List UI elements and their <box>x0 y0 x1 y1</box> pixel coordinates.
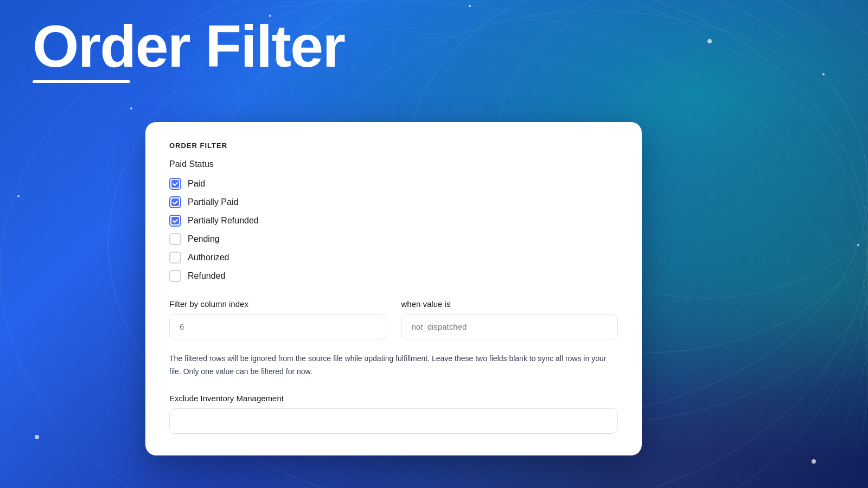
checkbox-partially-refunded-label: Partially Refunded <box>188 216 259 226</box>
dot-9 <box>130 107 132 110</box>
checkbox-pending[interactable] <box>169 233 181 245</box>
checkbox-item-paid[interactable]: Paid <box>169 178 618 190</box>
order-filter-card: ORDER FILTER Paid Status Paid Partially … <box>145 122 642 455</box>
dot-4 <box>822 73 825 75</box>
checkbox-partially-paid-label: Partially Paid <box>188 197 238 207</box>
filter-value-input[interactable] <box>401 314 618 339</box>
section-label: ORDER FILTER <box>169 142 618 150</box>
dot-3 <box>707 39 712 43</box>
filter-column-label: Filter by column index <box>169 299 386 309</box>
page-title: Order Filter <box>33 16 344 76</box>
checkbox-item-refunded[interactable]: Refunded <box>169 270 618 282</box>
dot-8 <box>857 244 859 246</box>
checkbox-partially-paid[interactable] <box>169 196 181 208</box>
filter-value-label: when value is <box>401 299 618 309</box>
checkbox-group: Paid Partially Paid Partially Refunded P… <box>169 178 618 282</box>
checkbox-item-partially-paid[interactable]: Partially Paid <box>169 196 618 208</box>
checkbox-partially-refunded[interactable] <box>169 215 181 227</box>
filter-row: Filter by column index when value is <box>169 299 618 339</box>
checkbox-item-partially-refunded[interactable]: Partially Refunded <box>169 215 618 227</box>
dot-2 <box>469 5 471 7</box>
helper-text: The filtered rows will be ignored from t… <box>169 352 618 378</box>
checkbox-authorized-label: Authorized <box>188 253 229 262</box>
checkbox-authorized[interactable] <box>169 252 181 264</box>
checkbox-refunded[interactable] <box>169 270 181 282</box>
paid-status-label: Paid Status <box>169 159 618 169</box>
dot-7 <box>812 459 816 464</box>
exclude-input[interactable] <box>169 408 618 434</box>
checkbox-pending-label: Pending <box>188 234 220 244</box>
header-area: Order Filter <box>33 16 344 83</box>
filter-column-col: Filter by column index <box>169 299 386 339</box>
checkbox-paid[interactable] <box>169 178 181 190</box>
checkbox-item-authorized[interactable]: Authorized <box>169 252 618 264</box>
filter-column-input[interactable] <box>169 314 386 339</box>
filter-value-col: when value is <box>401 299 618 339</box>
checkbox-item-pending[interactable]: Pending <box>169 233 618 245</box>
exclude-label: Exclude Inventory Management <box>169 394 618 403</box>
checkbox-refunded-label: Refunded <box>188 271 225 281</box>
title-underline <box>33 80 130 83</box>
dot-6 <box>35 435 39 439</box>
checkbox-paid-label: Paid <box>188 179 205 189</box>
dot-5 <box>17 195 20 197</box>
